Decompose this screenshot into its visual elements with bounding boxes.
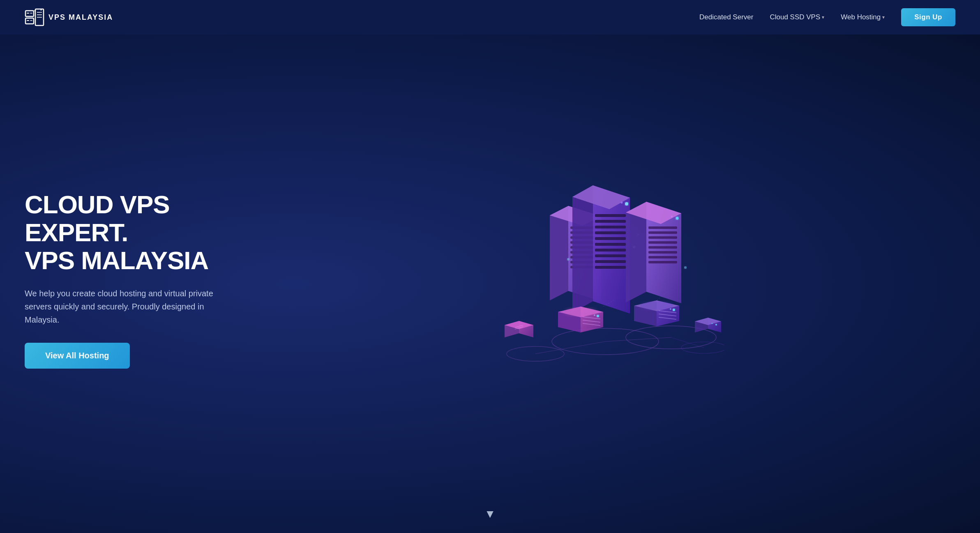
svg-rect-69 [648, 251, 677, 254]
svg-line-17 [605, 337, 671, 341]
svg-rect-64 [648, 226, 677, 229]
navbar: VPS MALAYSIA Dedicated Server Cloud SSD … [0, 0, 980, 35]
svg-rect-46 [595, 214, 626, 217]
hero-illustration [255, 161, 955, 399]
svg-rect-65 [648, 231, 677, 234]
logo-icon [25, 7, 44, 27]
svg-rect-66 [648, 236, 677, 239]
svg-point-28 [711, 323, 713, 324]
svg-rect-1 [25, 18, 34, 24]
svg-rect-67 [648, 241, 677, 244]
hero-title: CLOUD VPS EXPERT. VPS MALAYSIA [25, 191, 255, 275]
nav-dedicated-server[interactable]: Dedicated Server [699, 13, 753, 21]
hero-subtitle: We help you create cloud hosting and vir… [25, 287, 222, 326]
svg-point-87 [640, 302, 673, 310]
svg-rect-68 [648, 246, 677, 249]
nav-web-hosting[interactable]: Web Hosting ▾ [841, 13, 885, 21]
svg-line-18 [671, 337, 704, 348]
svg-rect-53 [595, 254, 626, 257]
svg-point-56 [625, 202, 628, 205]
svg-point-27 [715, 324, 717, 325]
svg-point-73 [671, 216, 673, 217]
svg-marker-43 [572, 185, 593, 313]
svg-rect-50 [595, 237, 626, 240]
svg-point-57 [620, 201, 623, 203]
signup-button[interactable]: Sign Up [901, 8, 955, 26]
svg-rect-54 [595, 260, 626, 263]
svg-point-60 [567, 258, 570, 261]
svg-point-78 [564, 308, 597, 316]
hero-content: CLOUD VPS EXPERT. VPS MALAYSIA We help y… [25, 191, 255, 369]
nav-cloud-ssd-vps[interactable]: Cloud SSD VPS ▾ [770, 13, 824, 21]
svg-rect-49 [595, 231, 626, 234]
cloud-vps-dropdown-icon: ▾ [822, 14, 824, 20]
web-hosting-dropdown-icon: ▾ [882, 14, 885, 20]
hero-section: CLOUD VPS EXPERT. VPS MALAYSIA We help y… [0, 35, 980, 533]
svg-rect-48 [595, 226, 626, 228]
svg-point-11 [35, 10, 36, 12]
svg-rect-70 [648, 256, 677, 258]
svg-point-82 [597, 315, 599, 317]
scroll-chevron-icon: ▼ [484, 508, 496, 521]
svg-rect-71 [648, 261, 677, 263]
svg-line-16 [535, 341, 605, 354]
scroll-indicator[interactable]: ▼ [484, 508, 496, 521]
svg-point-72 [676, 217, 678, 219]
logo-text: VPS MALAYSIA [48, 13, 113, 22]
view-hosting-button[interactable]: View All Hosting [25, 343, 130, 369]
svg-rect-0 [25, 11, 34, 16]
svg-point-92 [670, 308, 671, 310]
svg-point-74 [684, 266, 687, 269]
svg-rect-47 [595, 220, 626, 223]
svg-rect-51 [595, 243, 626, 246]
svg-point-91 [673, 309, 675, 311]
svg-point-10 [41, 9, 42, 11]
svg-point-15 [681, 342, 724, 353]
logo[interactable]: VPS MALAYSIA [25, 7, 113, 27]
svg-rect-52 [595, 249, 626, 252]
svg-point-83 [594, 314, 595, 316]
nav-links: Dedicated Server Cloud SSD VPS ▾ Web Hos… [699, 8, 955, 26]
servers-graphic [486, 165, 724, 395]
svg-rect-55 [595, 266, 626, 269]
